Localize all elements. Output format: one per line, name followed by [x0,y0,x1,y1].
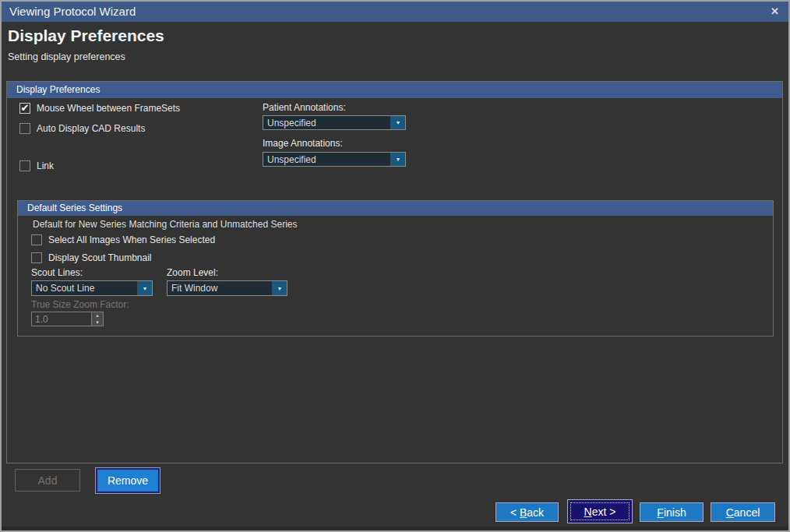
mouse-wheel-label: Mouse Wheel between FrameSets [37,103,180,114]
patient-annotations-label: Patient Annotations: [263,102,346,113]
zoom-level-label: Zoom Level: [167,267,218,278]
next-button[interactable]: Next > [567,499,633,523]
zoom-level-select[interactable]: Fit Window ▼ [167,280,287,296]
display-preferences-group-header: Display Preferences [7,82,782,98]
viewing-protocol-wizard-dialog: Viewing Protocol Wizard ✕ Display Prefer… [0,0,790,532]
image-annotations-dropdown-button[interactable]: ▼ [390,153,405,166]
chevron-down-icon: ▼ [277,286,283,291]
chevron-down-icon: ▼ [396,120,401,125]
display-scout-thumbnail-checkbox[interactable]: ✔ [31,252,42,263]
select-all-images-checkbox[interactable]: ✔ [31,234,42,245]
image-annotations-select[interactable]: Unspecified ▼ [263,152,406,167]
zoom-level-value: Fit Window [168,281,272,295]
scout-lines-label: Scout Lines: [31,267,83,278]
default-series-description: Default for New Series Matching Criteria… [33,219,297,230]
spinner-down-icon[interactable]: ▼ [92,319,103,326]
scout-lines-value: No Scout Line [32,281,137,295]
remove-button[interactable]: Remove [96,468,160,493]
window-title: Viewing Protocol Wizard [9,5,136,18]
display-scout-thumbnail-checkbox-row: ✔ Display Scout Thumbnail [31,252,152,264]
window-bottom-edge [2,527,788,530]
mouse-wheel-checkbox-row: ✔ Mouse Wheel between FrameSets [19,102,180,115]
chevron-down-icon: ▼ [396,157,401,162]
add-button[interactable]: Add [15,469,80,491]
chevron-down-icon: ▼ [143,286,148,291]
auto-cad-checkbox[interactable]: ✔ [19,123,30,134]
finish-button[interactable]: Finish [640,502,704,522]
patient-annotations-dropdown-button[interactable]: ▼ [390,116,405,129]
link-label: Link [37,160,54,171]
true-size-spinner: ▲ ▼ [92,312,104,326]
scout-lines-select[interactable]: No Scout Line ▼ [31,280,153,296]
page-subtitle: Setting display preferences [8,51,125,62]
select-all-images-label: Select All Images When Series Selected [48,234,215,245]
auto-cad-label: Auto Display CAD Results [37,123,145,134]
scout-lines-dropdown-button[interactable]: ▼ [137,281,152,295]
back-button[interactable]: < Back [496,502,559,522]
link-checkbox-row: ✔ Link [19,160,54,172]
auto-cad-checkbox-row: ✔ Auto Display CAD Results [19,122,145,135]
true-size-zoom-factor-spinbox: ▲ ▼ [31,312,104,326]
default-series-settings-group: Default Series Settings Default for New … [17,200,774,336]
spinner-up-icon[interactable]: ▲ [92,312,103,319]
close-icon[interactable]: ✕ [771,2,779,22]
true-size-zoom-factor-input[interactable] [31,312,92,326]
select-all-images-checkbox-row: ✔ Select All Images When Series Selected [31,234,215,246]
display-preferences-group: Display Preferences ✔ Mouse Wheel betwee… [6,81,783,463]
patient-annotations-value: Unspecified [263,116,390,129]
titlebar: Viewing Protocol Wizard ✕ [2,2,788,22]
display-scout-thumbnail-label: Display Scout Thumbnail [48,252,152,263]
image-annotations-label: Image Annotations: [263,138,343,149]
image-annotations-value: Unspecified [263,153,390,166]
mouse-wheel-checkbox[interactable]: ✔ [19,103,30,114]
page-title: Display Preferences [8,26,164,45]
default-series-settings-group-header: Default Series Settings [18,201,773,216]
patient-annotations-select[interactable]: Unspecified ▼ [263,115,406,130]
link-checkbox[interactable]: ✔ [19,160,30,171]
zoom-level-dropdown-button[interactable]: ▼ [272,281,287,295]
cancel-button[interactable]: Cancel [711,502,775,522]
true-size-zoom-factor-label: True Size Zoom Factor: [31,299,129,310]
check-icon: ✔ [21,103,30,113]
